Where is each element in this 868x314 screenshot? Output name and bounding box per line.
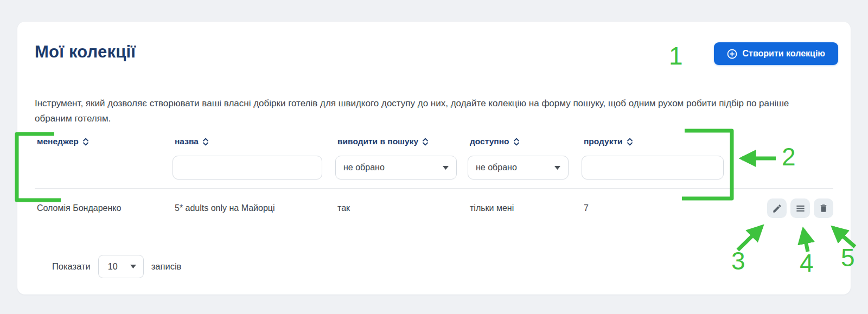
list-icon	[795, 203, 806, 214]
dropdown-caret-icon	[443, 166, 449, 170]
cell-available: тільки мені	[468, 203, 582, 213]
row-actions	[725, 198, 833, 218]
card-header: Мої колекції Створити колекцію	[17, 22, 851, 65]
details-list-button[interactable]	[790, 198, 810, 218]
filter-show-in-search-select[interactable]: не обрано	[335, 156, 457, 180]
collections-table: менеджер назва виводити в пошуку	[35, 137, 833, 278]
column-header-available[interactable]: доступно	[468, 137, 582, 146]
column-header-name[interactable]: назва	[173, 137, 335, 146]
table-header-row: менеджер назва виводити в пошуку	[35, 137, 833, 146]
sort-icon[interactable]	[422, 137, 429, 146]
dropdown-caret-icon	[554, 166, 560, 170]
column-header-show-in-search[interactable]: виводити в пошуку	[335, 137, 468, 146]
filter-products-input[interactable]	[582, 156, 724, 180]
cell-name: 5* adults only на Майорці	[173, 203, 335, 213]
page-title: Мої колекції	[35, 42, 136, 62]
column-header-label: доступно	[470, 137, 509, 146]
trash-icon	[819, 203, 828, 213]
edit-pencil-icon	[772, 203, 782, 214]
table-filter-row: не обрано не обрано	[35, 156, 833, 180]
create-collection-label: Створити колекцію	[743, 49, 826, 59]
column-header-label: продукти	[584, 137, 623, 146]
cell-show-in-search: так	[335, 203, 468, 213]
show-label: Показати	[52, 261, 91, 272]
page-size-select[interactable]: 10	[98, 255, 144, 278]
column-header-label: виводити в пошуку	[337, 137, 418, 146]
edit-button[interactable]	[767, 198, 787, 218]
plus-circle-icon	[727, 49, 737, 59]
cell-products: 7	[582, 203, 725, 213]
sort-icon[interactable]	[627, 137, 633, 146]
filter-available-select[interactable]: не обрано	[468, 156, 569, 180]
page-size-value: 10	[108, 262, 118, 272]
column-header-products[interactable]: продукти	[582, 137, 725, 146]
sort-icon[interactable]	[513, 137, 520, 146]
my-collections-card: Мої колекції Створити колекцію Інструмен…	[17, 22, 851, 294]
cell-manager: Соломія Бондаренко	[35, 203, 173, 213]
column-header-label: назва	[175, 137, 199, 146]
pagination-bar: Показати 10 записів	[52, 255, 816, 278]
dropdown-caret-icon	[130, 265, 136, 268]
records-label: записів	[151, 261, 182, 272]
create-collection-button[interactable]: Створити колекцію	[714, 42, 839, 65]
delete-button[interactable]	[814, 198, 833, 218]
column-header-label: менеджер	[37, 137, 79, 146]
sort-icon[interactable]	[82, 137, 89, 146]
selected-value: не обрано	[343, 163, 385, 172]
selected-value: не обрано	[476, 163, 517, 172]
filter-name-input[interactable]	[173, 156, 322, 180]
sort-icon[interactable]	[202, 137, 209, 146]
column-header-manager[interactable]: менеджер	[35, 137, 173, 146]
page-description: Інструмент, який дозволяє створювати ваш…	[35, 96, 821, 126]
table-row[interactable]: Соломія Бондаренко 5* adults only на Май…	[35, 189, 833, 230]
